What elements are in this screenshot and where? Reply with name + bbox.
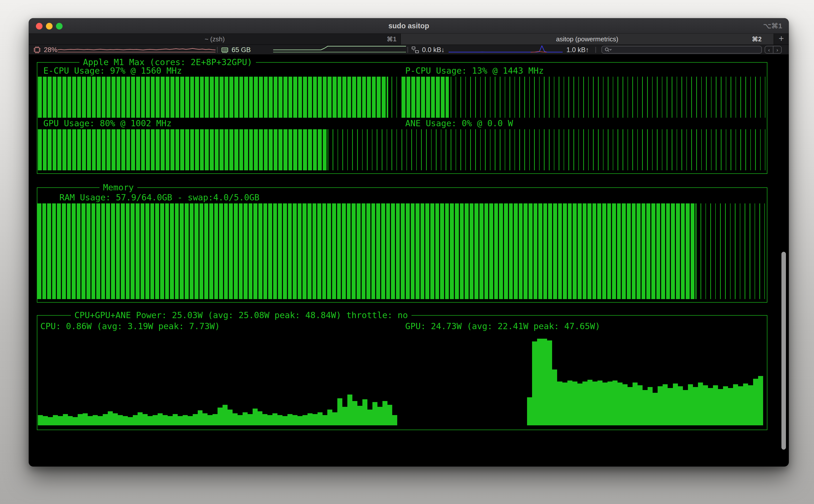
statusbar-ram-segment: 65 GB — [220, 45, 251, 55]
history-nav: ‹ › — [765, 46, 782, 54]
soc-panel: Apple M1 Max (cores: 2E+8P+32GPU) E-CPU … — [37, 62, 767, 174]
statusbar-cpu-segment: 28% — [33, 45, 57, 55]
ram-usage-sparkline — [273, 45, 406, 55]
status-bar: 28% 65 GB — [29, 45, 789, 55]
search-input[interactable] — [602, 46, 762, 54]
network-up-value: 1.0 kB↑ — [566, 46, 589, 54]
tab-asitop-label: asitop (powermetrics) — [401, 34, 774, 45]
network-sparkline — [449, 45, 563, 55]
tab-zsh-label: ~ (zsh) — [29, 34, 400, 45]
window-title: sudo asitop — [29, 18, 789, 34]
tab-zsh-shortcut: ⌘1 — [387, 34, 396, 45]
power-panel-title: CPU+GPU+ANE Power: 25.03W (avg: 25.08W p… — [71, 310, 412, 320]
cpu-power-label: CPU: 0.86W (avg: 3.19W peak: 7.73W) — [40, 321, 220, 331]
ane-usage-bar — [401, 129, 765, 170]
network-up: 1.0 kB↑ — [566, 45, 589, 55]
statusbar-separator — [408, 47, 408, 53]
gpu-usage-label: GPU Usage: 80% @ 1002 MHz — [43, 118, 172, 128]
memory-panel: Memory RAM Usage: 57.9/64.0GB - swap:4.0… — [37, 187, 767, 303]
ane-usage-label: ANE Usage: 0% @ 0.0 W — [405, 118, 513, 128]
tab-asitop[interactable]: asitop (powermetrics) ⌘2 — [401, 34, 774, 45]
tab-bar: ~ (zsh) ⌘1 asitop (powermetrics) ⌘2 + — [29, 34, 789, 45]
window-shortcut-hint: ⌥⌘1 — [763, 18, 782, 34]
nav-back-button[interactable]: ‹ — [765, 46, 773, 53]
cpu-usage-sparkline — [58, 45, 215, 55]
desktop: { "window": { "title": "sudo asitop", "s… — [0, 0, 814, 504]
memory-panel-title: Memory — [99, 182, 137, 193]
gpu-power-label: GPU: 24.73W (avg: 22.41W peak: 47.65W) — [405, 321, 600, 331]
ecpu-usage-bar — [38, 77, 399, 118]
ecpu-usage-label: E-CPU Usage: 97% @ 1560 MHz — [43, 66, 182, 76]
pcpu-usage-bar — [401, 77, 765, 118]
ram-usage-label: RAM Usage: 57.9/64.0GB - swap:4.0/5.0GB — [59, 192, 259, 202]
tab-asitop-shortcut: ⌘2 — [752, 34, 762, 45]
terminal-content: Apple M1 Max (cores: 2E+8P+32GPU) E-CPU … — [29, 55, 789, 466]
ram-chip-icon — [220, 46, 229, 54]
search-icon — [604, 47, 612, 53]
gpu-usage-bar — [38, 129, 399, 170]
new-tab-button[interactable]: + — [774, 34, 789, 45]
network-icon — [411, 46, 420, 54]
statusbar-network-segment: 0.0 kB↓ — [411, 45, 445, 55]
gpu-power-history-chart — [401, 332, 763, 425]
cpu-chip-icon — [33, 46, 41, 54]
terminal-window: sudo asitop ⌥⌘1 ~ (zsh) ⌘1 asitop (power… — [29, 18, 789, 466]
ram-usage-bar — [37, 203, 766, 299]
tab-zsh[interactable]: ~ (zsh) ⌘1 — [29, 34, 401, 45]
cpu-power-history-chart — [38, 332, 397, 425]
cpu-percent-value: 28% — [44, 46, 57, 54]
statusbar-separator — [217, 47, 217, 53]
statusbar-separator — [596, 47, 596, 53]
ram-total-value: 65 GB — [231, 46, 251, 54]
nav-forward-button[interactable]: › — [773, 46, 781, 53]
pcpu-usage-label: P-CPU Usage: 13% @ 1443 MHz — [405, 66, 544, 76]
titlebar[interactable]: sudo asitop ⌥⌘1 — [29, 18, 789, 34]
network-down-value: 0.0 kB↓ — [422, 46, 445, 54]
scrollbar[interactable] — [781, 252, 786, 450]
power-panel: CPU+GPU+ANE Power: 25.03W (avg: 25.08W p… — [37, 315, 767, 430]
